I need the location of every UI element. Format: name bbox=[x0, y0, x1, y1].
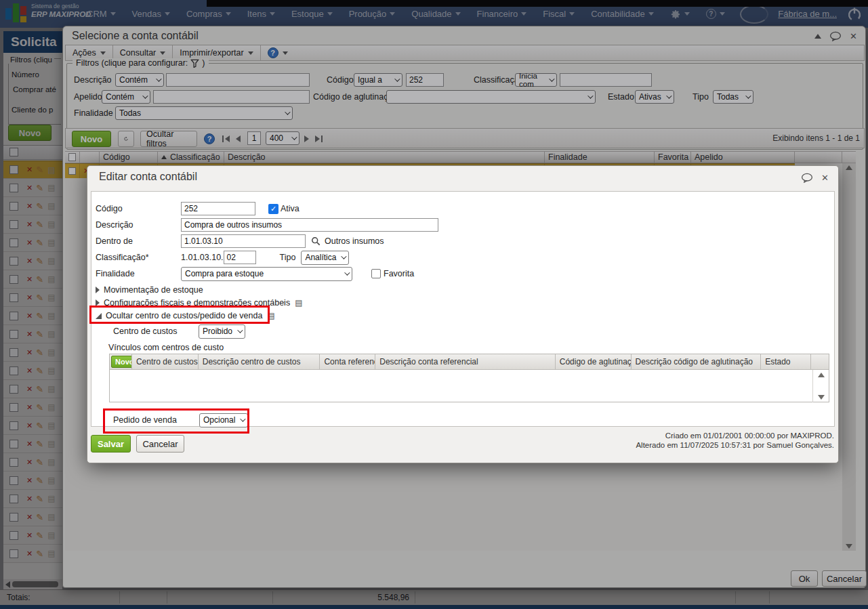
vinculos-header-desc-aglutinacao[interactable]: Descrição código de aglutinação bbox=[632, 354, 762, 369]
vinculos-body bbox=[110, 369, 829, 402]
modal-title: Editar conta contábil bbox=[99, 171, 197, 183]
dentro-de-row: Dentro de 1.01.03.10 Outros insumos bbox=[96, 234, 827, 249]
save-button[interactable]: Salvar bbox=[91, 435, 131, 453]
dentro-de-label: Dentro de bbox=[96, 236, 181, 246]
chevron-down-icon bbox=[237, 327, 243, 333]
descricao-label: Descrição bbox=[96, 220, 181, 230]
tipo-label: Tipo bbox=[280, 253, 296, 262]
annotation-box-pedido-venda bbox=[103, 408, 249, 434]
vinculos-header-desc-centro[interactable]: Descrição centro de custos bbox=[199, 354, 321, 369]
close-icon[interactable]: ✕ bbox=[821, 173, 829, 182]
vinculos-header-centro[interactable]: Centro de custos bbox=[132, 354, 199, 369]
audit-info: Criado em 01/01/2001 00:00:00 por MAXIPR… bbox=[636, 431, 834, 450]
document-icon[interactable]: ▤ bbox=[295, 298, 302, 308]
cancel-button[interactable]: Cancelar bbox=[136, 435, 184, 453]
vinculos-header-row: Novo Centro de custos Descrição centro d… bbox=[110, 354, 829, 369]
vinculos-header-cod-aglutinacao[interactable]: Código de aglutinaçã bbox=[556, 354, 632, 369]
codigo-input[interactable]: 252 bbox=[181, 202, 255, 215]
altered-info: Alterado em 11/07/2025 10:57:31 por Samu… bbox=[636, 440, 834, 450]
vinculos-header-estado[interactable]: Estado bbox=[761, 354, 811, 369]
comment-icon[interactable] bbox=[801, 173, 813, 183]
vinculos-scrollbar[interactable] bbox=[812, 370, 829, 402]
codigo-row: Código 252 ✓ Ativa bbox=[96, 201, 827, 216]
ativa-checkbox[interactable]: ✓ bbox=[268, 204, 278, 214]
vinculos-header-scroll bbox=[811, 354, 829, 369]
classificacao-label: Classificação* bbox=[96, 253, 181, 262]
created-info: Criado em 01/01/2001 00:00:00 por MAXIPR… bbox=[636, 431, 834, 440]
vinculos-new-cell: Novo bbox=[110, 354, 132, 369]
finalidade-select[interactable]: Compra para estoque bbox=[181, 267, 352, 281]
edit-account-modal: Editar conta contábil ✕ Código 252 ✓ Ati… bbox=[87, 165, 839, 463]
finalidade-row: Finalidade Compra para estoque Favorita bbox=[96, 266, 827, 281]
vinculos-new-button[interactable]: Novo bbox=[111, 356, 132, 368]
chevron-down-icon bbox=[344, 270, 350, 275]
centro-custos-select[interactable]: Proibido bbox=[199, 324, 245, 339]
ativa-label: Ativa bbox=[281, 204, 299, 213]
vinculos-header-desc-conta[interactable]: Descrição conta referencial bbox=[375, 354, 555, 369]
screen: Sistema de gestão ERP MAXIPROD CRM Venda… bbox=[0, 0, 868, 609]
tipo-select[interactable]: Analítica bbox=[301, 251, 349, 265]
vinculos-table: Novo Centro de custos Descrição centro d… bbox=[109, 354, 829, 402]
favorita-checkbox[interactable] bbox=[371, 269, 381, 278]
chevron-down-icon bbox=[342, 253, 347, 259]
vinculos-header-conta-ref[interactable]: Conta referencial bbox=[320, 354, 375, 369]
centro-custos-label: Centro de custos bbox=[113, 327, 199, 336]
descricao-row: Descrição Compra de outros insumos bbox=[96, 217, 827, 232]
descricao-input[interactable]: Compra de outros insumos bbox=[181, 218, 438, 232]
favorita-label: Favorita bbox=[384, 269, 414, 278]
finalidade-label: Finalidade bbox=[96, 269, 181, 278]
modal-controls: ✕ bbox=[801, 173, 829, 183]
codigo-label: Código bbox=[96, 204, 181, 213]
centro-custos-row: Centro de custos Proibido bbox=[113, 324, 245, 339]
search-icon[interactable] bbox=[311, 236, 321, 246]
dentro-de-ref-text: Outros insumos bbox=[325, 236, 384, 246]
classificacao-input[interactable]: 02 bbox=[224, 251, 256, 264]
dentro-de-input[interactable]: 1.01.03.10 bbox=[181, 234, 306, 248]
classificacao-prefix: 1.01.03.10. bbox=[181, 253, 224, 262]
scroll-up-icon[interactable] bbox=[818, 373, 825, 377]
scroll-down-icon[interactable] bbox=[818, 395, 825, 400]
vinculos-caption: Vínculos com centros de custo bbox=[108, 340, 224, 355]
classificacao-row: Classificação* 1.01.03.10. 02 Tipo Analí… bbox=[96, 250, 827, 265]
collapsed-section-icon bbox=[96, 287, 100, 293]
annotation-box-ocultar-section bbox=[89, 306, 270, 324]
